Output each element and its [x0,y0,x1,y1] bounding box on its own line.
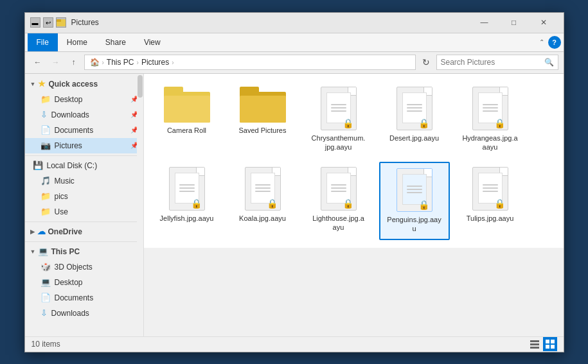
file-explorer-window: ▬ ↩ Pictures — □ ✕ File Home Share View … [24,12,564,352]
tab-share[interactable]: Share [96,33,135,51]
quick-access-icon-3[interactable] [56,17,66,28]
documents-icon-pc: 📄 [40,293,51,302]
help-button[interactable]: ? [548,36,561,49]
sidebar-item-downloads-quick[interactable]: ⇩ Downloads 📌 [25,107,143,123]
use-folder-icon: 📁 [40,207,51,216]
address-path[interactable]: 🏠 › This PC › Pictures › [84,55,416,70]
files-grid: Camera Roll Saved Pictures [152,82,556,240]
list-view-button[interactable] [528,337,542,351]
window-controls: — □ ✕ [470,12,558,33]
maximize-button[interactable]: □ [499,12,529,33]
sidebar-item-pictures-quick[interactable]: 📷 Pictures 📌 [25,138,143,153]
sidebar-divider-1 [25,155,143,156]
file-item-desert[interactable]: 🔒 Desert.jpg.aayu [379,82,450,157]
koala-file-icon: 🔒 [245,167,281,211]
path-separator-0: › [102,59,104,66]
status-bar: 10 items [25,336,564,352]
onedrive-label: OneDrive [48,227,82,236]
file-item-koala[interactable]: 🔒 Koala.jpg.aayu [227,162,298,240]
camera-roll-folder-icon [164,87,210,123]
sidebar-label-music: Music [55,177,75,186]
sidebar-item-desktop-quick[interactable]: 📁 Desktop 📌 [25,92,143,107]
path-segment-pictures[interactable]: Pictures [141,58,169,67]
tab-file[interactable]: File [28,33,58,51]
music-icon: 🎵 [40,176,51,186]
title-bar-quick-access: ▬ ↩ [30,17,66,28]
refresh-button[interactable]: ↻ [418,55,434,70]
tulips-label: Tulips.jpg.aayu [467,214,514,223]
tab-home[interactable]: Home [58,33,96,51]
sidebar-section-quick-access[interactable]: ▼ ★ Quick access [25,76,143,92]
downloads-icon: ⇩ [40,110,48,119]
desktop-folder-icon: 📁 [40,94,51,104]
item-count: 10 items [31,340,60,349]
back-button[interactable]: ← [30,55,46,70]
lock-icon-penguins: 🔒 [418,200,429,210]
sidebar-item-pics[interactable]: 📁 pics [25,189,143,204]
lock-icon-jellyfish: 🔒 [191,198,202,209]
chrysanthemum-file-icon: 🔒 [321,87,357,130]
file-item-tulips[interactable]: 🔒 Tulips.jpg.aayu [455,162,526,240]
minimize-button[interactable]: — [470,12,499,33]
ribbon: File Home Share View ⌃ ? [25,33,564,52]
sidebar-label-desktop-pc: Desktop [55,278,83,287]
sidebar-item-3dobjects[interactable]: 🎲 3D Objects [25,259,143,275]
path-separator-2: › [172,59,174,66]
file-item-penguins[interactable]: 🔒 Penguins.jpg.aayu [379,162,450,240]
disk-icon: 💾 [33,160,43,170]
sidebar-section-thispc[interactable]: ▼ 💻 This PC [25,244,143,259]
ribbon-collapse-icon[interactable]: ⌃ [535,39,548,46]
path-home-icon: 🏠 [90,58,100,67]
sidebar-label-documents-pc: Documents [55,293,94,302]
close-button[interactable]: ✕ [529,12,558,33]
lighthouse-file-icon: 🔒 [321,167,357,211]
path-separator-1: › [137,59,139,66]
up-button[interactable]: ↑ [66,55,82,70]
sidebar-section-onedrive[interactable]: ▶ ☁ OneDrive [25,224,143,239]
file-item-lighthouse[interactable]: 🔒 Lighthouse.jpg.aayu [303,162,374,240]
search-icon[interactable]: 🔍 [544,58,554,67]
file-item-jellyfish[interactable]: 🔒 Jellyfish.jpg.aayu [152,162,222,240]
desert-file-icon: 🔒 [396,87,432,130]
sidebar-item-use[interactable]: 📁 Use [25,204,143,220]
jellyfish-label: Jellyfish.jpg.aayu [160,214,214,223]
sidebar-label-downloads: Downloads [51,110,89,119]
window-title: Pictures [71,18,470,27]
3d-icon: 🎲 [40,262,51,272]
sidebar-divider-2 [25,221,143,222]
sidebar: ▼ ★ Quick access 📁 Desktop 📌 ⇩ Downloads… [25,74,144,336]
file-item-camera-roll[interactable]: Camera Roll [152,82,222,157]
path-segment-thispc[interactable]: This PC [107,58,134,67]
quick-access-icon-2[interactable]: ↩ [43,17,53,28]
content-area: Camera Roll Saved Pictures [144,74,564,248]
pics-folder-icon: 📁 [40,191,51,201]
address-bar: ← → ↑ 🏠 › This PC › Pictures › ↻ 🔍 [25,52,564,74]
lighthouse-label: Lighthouse.jpg.aayu [312,214,364,232]
lock-icon-chrysanthemum: 🔒 [343,118,353,128]
file-item-saved-pictures[interactable]: Saved Pictures [227,82,298,157]
sidebar-item-downloads-pc[interactable]: ⇩ Downloads [25,306,143,321]
forward-button[interactable]: → [48,55,64,70]
details-view-button[interactable] [543,337,557,351]
file-item-chrysanthemum[interactable]: 🔒 Chrysanthemum.jpg.aayu [303,82,374,157]
svg-rect-4 [551,340,555,343]
file-item-hydrangeas[interactable]: 🔒 Hydrangeas.jpg.aaayu [455,82,526,157]
svg-rect-1 [530,343,539,345]
search-input[interactable] [441,58,542,67]
hydrangeas-file-icon: 🔒 [472,87,508,130]
sidebar-item-documents-pc[interactable]: 📄 Documents [25,290,143,306]
sidebar-label-3dobjects: 3D Objects [55,263,93,272]
hydrangeas-label: Hydrangeas.jpg.aaayu [462,134,517,152]
list-view-icon [530,339,540,349]
tab-view[interactable]: View [135,33,170,51]
sidebar-item-desktop-pc[interactable]: 💻 Desktop [25,275,143,290]
main-area: ▼ ★ Quick access 📁 Desktop 📌 ⇩ Downloads… [25,74,564,336]
quick-access-icon-1[interactable]: ▬ [30,17,40,28]
sidebar-item-localdisk[interactable]: 💾 Local Disk (C:) [25,158,143,173]
penguins-file-icon: 🔒 [396,168,432,212]
thispc-expand-icon: ▼ [30,248,36,255]
quick-access-star-icon: ★ [38,79,46,89]
ribbon-tabs: File Home Share View ⌃ ? [25,33,564,51]
sidebar-item-music[interactable]: 🎵 Music [25,173,143,189]
sidebar-item-documents-quick[interactable]: 📄 Documents 📌 [25,123,143,138]
